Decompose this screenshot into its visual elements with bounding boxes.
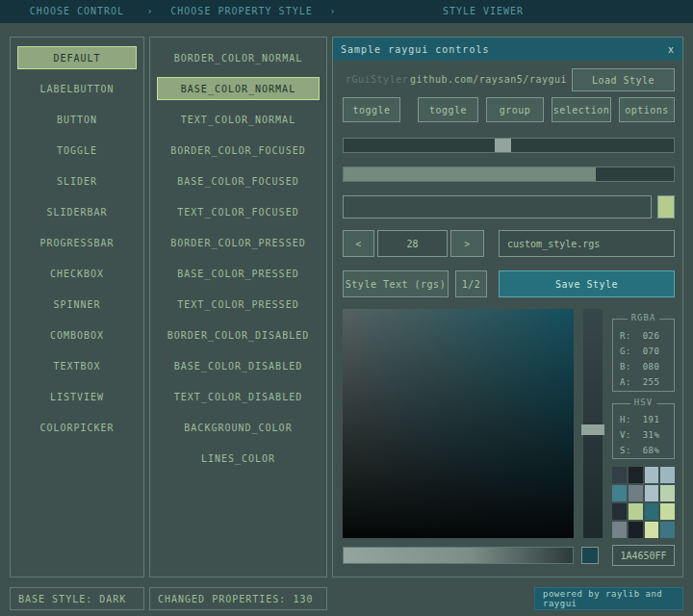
hue-slider[interactable] <box>583 309 603 538</box>
control-item-spinner[interactable]: SPINNER <box>11 289 143 320</box>
palette-swatch[interactable] <box>660 503 675 520</box>
property-item-border-color-normal[interactable]: BORDER_COLOR_NORMAL <box>150 42 326 73</box>
palette-swatch[interactable] <box>660 485 675 501</box>
spinner-value[interactable]: 28 <box>377 230 448 257</box>
hsv-v-value: V: 31% <box>620 427 674 443</box>
palette-swatch[interactable] <box>612 467 627 483</box>
slider[interactable] <box>343 138 675 153</box>
rgba-b-value: B: 080 <box>620 359 674 374</box>
chevron-right-icon: › <box>144 0 156 23</box>
control-item-slider[interactable]: SLIDER <box>11 166 143 196</box>
property-item-base-color-pressed[interactable]: BASE_COLOR_PRESSED <box>150 258 326 289</box>
rgba-label: RGBA <box>628 313 660 322</box>
hsv-s-value: S: 68% <box>620 443 674 458</box>
group-button[interactable]: group <box>486 97 544 122</box>
rgba-panel: RGBA R: 026 G: 070 B: 080 A: 255 <box>612 319 675 392</box>
property-item-background-color[interactable]: BACKGROUND_COLOR <box>150 412 326 443</box>
property-item-base-color-normal[interactable]: BASE_COLOR_NORMAL <box>157 77 320 100</box>
close-icon[interactable]: x <box>659 38 682 61</box>
hsv-h-value: H: 191 <box>620 412 674 427</box>
combo-page-button[interactable]: 1/2 <box>455 270 487 297</box>
color-picker-panel[interactable] <box>343 309 574 538</box>
control-item-button[interactable]: BUTTON <box>11 104 143 135</box>
property-item-border-color-focused[interactable]: BORDER_COLOR_FOCUSED <box>150 135 326 166</box>
hue-slider-handle[interactable] <box>581 424 604 435</box>
control-item-combobox[interactable]: COMBOBOX <box>11 320 143 350</box>
current-color-preview <box>581 547 599 564</box>
property-item-lines-color[interactable]: LINES_COLOR <box>150 443 326 474</box>
palette-swatch[interactable] <box>645 503 659 520</box>
palette-swatch[interactable] <box>660 467 675 483</box>
property-item-text-color-normal[interactable]: TEXT_COLOR_NORMAL <box>150 104 326 135</box>
controls-list: DEFAULT LABELBUTTON BUTTON TOGGLE SLIDER… <box>11 38 143 443</box>
hex-color-input[interactable]: 1A4650FF <box>612 545 675 566</box>
control-item-progressbar[interactable]: PROGRESSBAR <box>11 227 143 258</box>
alpha-slider[interactable] <box>343 547 574 564</box>
control-item-toggle[interactable]: TOGGLE <box>11 135 143 166</box>
palette-swatch[interactable] <box>645 485 659 501</box>
repo-link[interactable]: github.com/raysan5/raygui <box>410 74 567 85</box>
toggle-button-1[interactable]: toggle <box>343 97 400 122</box>
property-item-text-color-focused[interactable]: TEXT_COLOR_FOCUSED <box>150 196 326 227</box>
status-changed-properties: CHANGED PROPERTIES: 130 <box>149 587 327 610</box>
palette-swatch[interactable] <box>612 522 627 538</box>
save-style-button[interactable]: Save Style <box>499 270 675 297</box>
rgba-r-value: R: 026 <box>620 328 674 344</box>
control-item-checkbox[interactable]: CHECKBOX <box>11 258 143 289</box>
app-header: CHOOSE CONTROL › CHOOSE PROPERTY STYLE ›… <box>0 0 693 23</box>
property-item-border-color-disabled[interactable]: BORDER_COLOR_DISABLED <box>150 320 326 350</box>
toggle-button-2[interactable]: toggle <box>418 97 478 122</box>
style-text-combo[interactable]: Style Text (rgs) <box>343 270 449 297</box>
status-base-style: BASE STYLE: DARK <box>10 587 144 610</box>
control-item-labelbutton[interactable]: LABELBUTTON <box>11 73 143 104</box>
window-titlebar[interactable]: Sample raygui controls <box>333 38 682 61</box>
chevron-right-icon: › <box>327 0 339 23</box>
control-item-textbox[interactable]: TEXTBOX <box>11 350 143 381</box>
filename-input[interactable]: custom_style.rgs <box>499 230 675 257</box>
spinner-increment-button[interactable]: > <box>450 230 484 257</box>
palette-swatch[interactable] <box>629 522 643 538</box>
palette-swatch[interactable] <box>645 467 659 483</box>
rgba-a-value: A: 255 <box>620 374 674 390</box>
palette-swatch[interactable] <box>612 503 627 520</box>
progress-fill <box>344 167 596 181</box>
properties-list: BORDER_COLOR_NORMAL BASE_COLOR_NORMAL TE… <box>150 38 326 474</box>
color-palette <box>612 467 675 538</box>
palette-swatch[interactable] <box>612 485 627 501</box>
palette-swatch[interactable] <box>629 467 643 483</box>
palette-swatch[interactable] <box>629 503 643 520</box>
control-item-colorpicker[interactable]: COLORPICKER <box>11 412 143 443</box>
palette-swatch[interactable] <box>660 522 675 538</box>
control-item-sliderbar[interactable]: SLIDERBAR <box>11 196 143 227</box>
sample-window: Sample raygui controls x rGuiStyler gith… <box>332 37 683 578</box>
rgba-g-value: G: 070 <box>620 344 674 359</box>
header-step-style-viewer: STYLE VIEWER <box>339 0 628 23</box>
powered-by-badge: powered by raylib and raygui <box>534 587 683 610</box>
palette-swatch[interactable] <box>629 485 643 501</box>
property-item-base-color-disabled[interactable]: BASE_COLOR_DISABLED <box>150 350 326 381</box>
properties-list-panel: BORDER_COLOR_NORMAL BASE_COLOR_NORMAL TE… <box>149 37 327 578</box>
styler-label: rGuiStyler <box>346 74 408 85</box>
property-item-text-color-disabled[interactable]: TEXT_COLOR_DISABLED <box>150 381 326 412</box>
options-button[interactable]: options <box>619 97 675 122</box>
spinner-decrement-button[interactable]: < <box>343 230 374 257</box>
property-item-border-color-pressed[interactable]: BORDER_COLOR_PRESSED <box>150 227 326 258</box>
hsv-label: HSV <box>630 398 656 407</box>
control-item-default[interactable]: DEFAULT <box>17 46 137 69</box>
controls-list-panel: DEFAULT LABELBUTTON BUTTON TOGGLE SLIDER… <box>10 37 144 578</box>
window-title: Sample raygui controls <box>341 44 489 55</box>
selection-button[interactable]: selection <box>552 97 611 122</box>
header-step-choose-property-style: CHOOSE PROPERTY STYLE <box>156 0 327 23</box>
color-swatch[interactable] <box>657 195 675 218</box>
property-item-text-color-pressed[interactable]: TEXT_COLOR_PRESSED <box>150 289 326 320</box>
load-style-button[interactable]: Load Style <box>572 68 675 91</box>
palette-swatch[interactable] <box>645 522 659 538</box>
progress-bar <box>343 167 675 182</box>
text-input[interactable] <box>343 195 652 218</box>
property-item-base-color-focused[interactable]: BASE_COLOR_FOCUSED <box>150 166 326 196</box>
slider-handle[interactable] <box>495 139 511 152</box>
control-item-listview[interactable]: LISTVIEW <box>11 381 143 412</box>
hsv-panel: HSV H: 191 V: 31% S: 68% <box>612 403 675 459</box>
header-step-choose-control: CHOOSE CONTROL <box>10 0 144 23</box>
